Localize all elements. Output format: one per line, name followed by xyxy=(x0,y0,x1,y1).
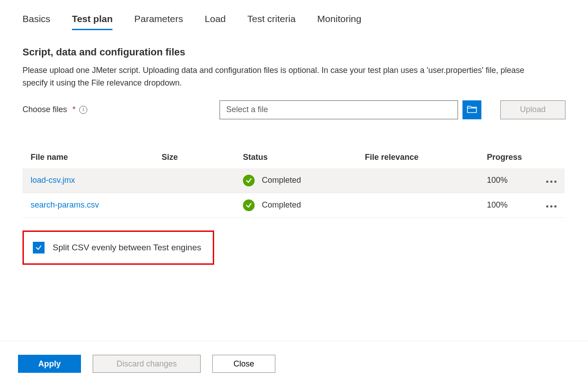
close-button[interactable]: Close xyxy=(212,355,275,373)
tab-test-criteria[interactable]: Test criteria xyxy=(247,14,296,30)
choose-files-row: Choose files * i Upload xyxy=(22,100,566,119)
discard-changes-button[interactable]: Discard changes xyxy=(93,355,201,373)
tab-test-plan[interactable]: Test plan xyxy=(72,14,113,30)
file-table-header: File name Size Status File relevance Pro… xyxy=(22,146,565,168)
upload-button[interactable]: Upload xyxy=(500,100,566,119)
more-icon[interactable] xyxy=(546,181,557,183)
tab-load[interactable]: Load xyxy=(205,14,226,30)
cell-relevance xyxy=(357,168,479,193)
folder-icon xyxy=(467,105,477,114)
file-link[interactable]: search-params.csv xyxy=(31,200,99,209)
footer-bar: Apply Discard changes Close xyxy=(0,341,588,373)
cell-size xyxy=(153,193,235,217)
section-description: Please upload one JMeter script. Uploadi… xyxy=(22,64,544,90)
browse-button[interactable] xyxy=(462,100,481,119)
tab-bar: Basics Test plan Parameters Load Test cr… xyxy=(22,14,566,30)
table-row: search-params.csv Completed 100% xyxy=(22,193,565,217)
checkbox-icon xyxy=(33,242,45,253)
file-select-input[interactable] xyxy=(220,100,458,119)
choose-files-label-wrap: Choose files * i xyxy=(22,105,215,114)
more-icon[interactable] xyxy=(546,205,557,208)
choose-files-label: Choose files xyxy=(22,105,67,114)
file-link[interactable]: load-csv.jmx xyxy=(31,176,75,185)
cell-progress: 100% xyxy=(479,168,538,193)
tab-basics[interactable]: Basics xyxy=(22,14,50,30)
page-root: Basics Test plan Parameters Load Test cr… xyxy=(0,0,588,389)
th-progress: Progress xyxy=(479,146,538,168)
file-table: File name Size Status File relevance Pro… xyxy=(22,146,565,218)
table-row: load-csv.jmx Completed 100% xyxy=(22,168,565,193)
cell-size xyxy=(153,168,235,193)
required-indicator: * xyxy=(72,105,76,114)
success-icon xyxy=(243,175,255,186)
tab-monitoring[interactable]: Monitoring xyxy=(317,14,361,30)
apply-button[interactable]: Apply xyxy=(18,355,81,373)
split-csv-label: Split CSV evenly between Test engines xyxy=(53,243,204,253)
tab-parameters[interactable]: Parameters xyxy=(134,14,183,30)
cell-status: Completed xyxy=(243,199,349,211)
cell-status: Completed xyxy=(243,175,349,186)
th-status: Status xyxy=(235,146,357,168)
cell-relevance xyxy=(357,193,479,217)
cell-progress: 100% xyxy=(479,193,538,217)
split-csv-checkbox-row[interactable]: Split CSV evenly between Test engines xyxy=(22,231,214,265)
info-icon[interactable]: i xyxy=(79,106,87,114)
status-text: Completed xyxy=(262,176,301,185)
th-file-name: File name xyxy=(22,146,153,168)
th-size: Size xyxy=(153,146,235,168)
section-title: Script, data and configuration files xyxy=(22,46,566,58)
th-actions xyxy=(538,146,565,168)
th-relevance: File relevance xyxy=(357,146,479,168)
success-icon xyxy=(243,199,255,211)
status-text: Completed xyxy=(262,200,301,210)
